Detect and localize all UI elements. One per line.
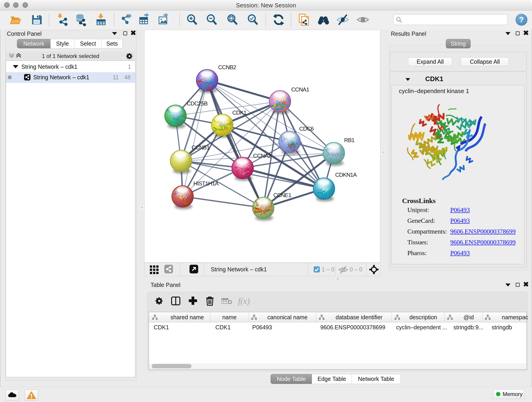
svg-text:CDKN1A: CDKN1A: [335, 172, 357, 178]
svg-text:HIST1H1A: HIST1H1A: [193, 180, 219, 186]
svg-text:CDC25B: CDC25B: [187, 100, 208, 107]
svg-text:CCNE1: CCNE1: [273, 192, 291, 198]
svg-text:CCNA2: CCNA2: [253, 153, 271, 159]
svg-text:RB1: RB1: [344, 137, 355, 143]
svg-text:CCNB2: CCNB2: [218, 64, 236, 70]
svg-text:CDC6: CDC6: [299, 126, 314, 132]
svg-text:CCNA1: CCNA1: [291, 86, 309, 93]
svg-text:CCNB1: CCNB1: [191, 144, 209, 151]
svg-text:CDK1: CDK1: [232, 109, 247, 116]
